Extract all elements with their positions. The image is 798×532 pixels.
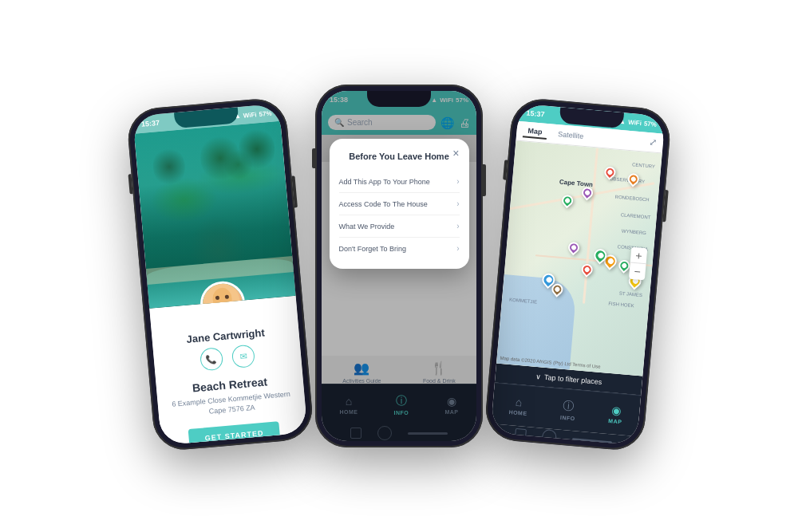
- map-tab-satellite[interactable]: Satellite: [553, 128, 589, 142]
- pin-dot-3: [564, 196, 571, 203]
- user-name-label: Jane Cartwright: [186, 326, 265, 345]
- modal-overlay: × Before You Leave Home Add This App To …: [322, 91, 476, 441]
- phone2-power-button: [483, 164, 486, 196]
- pin-dot-9: [554, 286, 560, 292]
- pin-dot-2: [584, 189, 591, 195]
- phone3-screen: 15:37 ▲ WiFi 57% Map Satellite ⤢: [490, 103, 665, 444]
- modal-item-4[interactable]: Don't Forget To Bring ›: [339, 238, 460, 259]
- home-icon-phone3: ⌂: [515, 395, 523, 408]
- map-icon-phone3: ◉: [610, 404, 621, 417]
- property-name-label: Beach Retreat: [192, 375, 267, 394]
- chevron-icon-3: ›: [456, 222, 459, 231]
- modal-title: Before You Leave Home: [339, 152, 460, 161]
- info-icon-phone3: ⓘ: [563, 399, 575, 414]
- phone1-volume-button: [128, 174, 133, 194]
- message-icon: ✉: [239, 350, 247, 361]
- nav-info-phone3[interactable]: ⓘ INFO: [560, 398, 577, 421]
- chevron-down-icon: ∨: [535, 372, 542, 380]
- phone3-time: 15:37: [526, 108, 545, 118]
- zoom-in-button[interactable]: +: [630, 246, 648, 264]
- recents-button-phone3[interactable]: [572, 437, 612, 443]
- phone1-shell: 15:37 ▲ WiFi 57%: [126, 97, 315, 452]
- map-zoom-controls: + −: [629, 246, 647, 280]
- phone2-shell: 15:38 ▲ WiFi 57% 🔍 Search 🌐 🖨 ✋: [315, 85, 483, 447]
- pin-dot-7: [583, 266, 590, 272]
- map-tab-map[interactable]: Map: [523, 124, 547, 140]
- pin-dot-5: [607, 257, 615, 265]
- phones-container: 15:37 ▲ WiFi 57%: [0, 0, 798, 532]
- modal-item-2[interactable]: Access Code To The House ›: [339, 193, 460, 215]
- chevron-icon-2: ›: [456, 199, 459, 208]
- phone3-power-button: [662, 190, 668, 222]
- phone-icon: 📞: [206, 353, 218, 365]
- back-button-phone3[interactable]: [515, 428, 527, 439]
- pin-dot-1: [606, 169, 613, 175]
- action-icons-row: 📞 ✉: [200, 344, 255, 371]
- ocean-area: [496, 274, 577, 369]
- phone1-status-icons: ▲ WiFi 57%: [235, 109, 272, 120]
- chevron-icon-1: ›: [456, 177, 459, 186]
- map-view[interactable]: CENTURY OBSERVATORY RONDEBOSCH CLAREMONT…: [496, 140, 662, 376]
- nav-map-phone3[interactable]: ◉ MAP: [608, 404, 623, 424]
- home-button-phone3[interactable]: [541, 428, 557, 444]
- pin-dot-6: [597, 251, 605, 259]
- phone1-screen: 15:37 ▲ WiFi 57%: [132, 103, 307, 444]
- phone1-power-button: [291, 175, 297, 207]
- modal-item-3[interactable]: What We Provide ›: [339, 215, 460, 238]
- phone2-screen: 15:38 ▲ WiFi 57% 🔍 Search 🌐 🖨 ✋: [322, 91, 476, 441]
- phone3-status-icons: ▲ WiFi 57%: [619, 117, 657, 128]
- pin-dot-8: [545, 276, 553, 284]
- property-address-label: 6 Example Close Kommetjie Western Cape 7…: [165, 388, 298, 420]
- get-started-button[interactable]: GET STARTED: [188, 421, 281, 445]
- chevron-icon-4: ›: [456, 244, 459, 253]
- filter-label: Tap to filter places: [544, 372, 602, 385]
- nav-home-phone3[interactable]: ⌂ HOME: [508, 395, 528, 416]
- modal-box: × Before You Leave Home Add This App To …: [330, 139, 469, 269]
- phone2-volume-button: [312, 148, 315, 168]
- modal-item-1[interactable]: Add This App To Your Phone ›: [339, 171, 460, 193]
- phone1-time: 15:37: [141, 118, 160, 128]
- pin-dot-10: [571, 244, 577, 250]
- zoom-out-button[interactable]: −: [629, 262, 646, 280]
- pin-dot-4: [630, 175, 636, 182]
- phone3-volume-button: [503, 160, 508, 179]
- pin-dot-12: [621, 262, 627, 268]
- message-action-button[interactable]: ✉: [231, 344, 255, 368]
- phone1-hero-image: [134, 120, 295, 308]
- phone3-shell: 15:37 ▲ WiFi 57% Map Satellite ⤢: [484, 97, 673, 452]
- expand-map-button[interactable]: ⤢: [648, 136, 657, 148]
- modal-close-button[interactable]: ×: [452, 147, 459, 160]
- phone1-content: Jane Cartwright 📞 ✉ Beach Retreat 6 Exam…: [149, 295, 307, 444]
- phone-action-button[interactable]: 📞: [200, 347, 223, 371]
